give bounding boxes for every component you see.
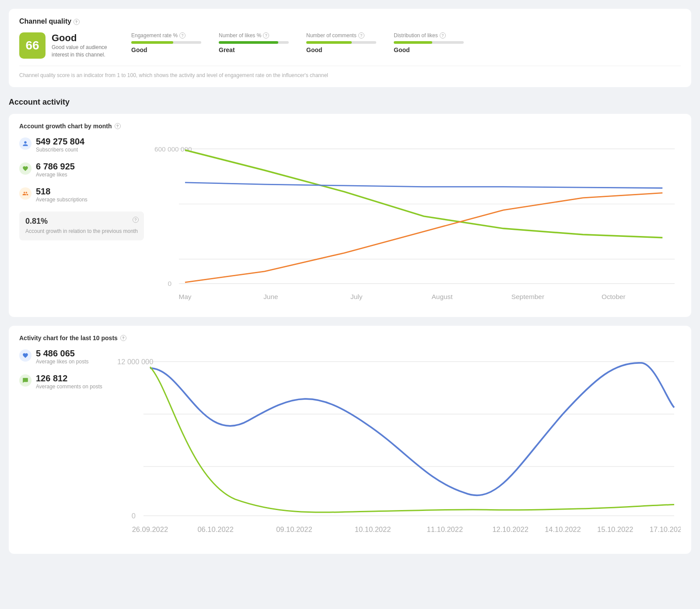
orange-line	[185, 193, 662, 282]
distribution-info-icon[interactable]: ?	[440, 32, 446, 39]
stat-post-likes: 5 486 065 Average likes on posts	[19, 349, 107, 365]
account-activity-title: Account activity	[9, 98, 691, 107]
x-label-may: May	[178, 293, 191, 300]
activity-y-label-top: 12 000 000	[117, 358, 153, 366]
x-label-6: 12.10.2022	[492, 525, 528, 533]
activity-stats-col: 5 486 065 Average likes on posts 126 812…	[19, 349, 107, 390]
x-label-7: 14.10.2022	[545, 525, 581, 533]
subscribers-value: 549 275 804	[36, 137, 84, 147]
avg-likes-label: Average likes	[36, 172, 75, 178]
subscribers-label: Subscribers count	[36, 147, 84, 153]
blue-line	[185, 183, 662, 188]
quality-metrics: Engagement rate % ? Good Number of likes…	[131, 32, 681, 53]
score-badge: 66	[19, 32, 46, 59]
stat-avg-subs: 518 Average subscriptions	[19, 187, 144, 203]
post-likes-label: Average likes on posts	[36, 359, 89, 365]
x-label-september: September	[511, 293, 544, 300]
growth-y-label-top: 600 000 000	[154, 145, 192, 153]
x-label-june: June	[263, 293, 278, 300]
activity-blue-line	[150, 363, 674, 496]
engagement-bar	[131, 41, 173, 44]
score-text: Good Good value of audience interest in …	[52, 32, 117, 59]
post-likes-stat-text: 5 486 065 Average likes on posts	[36, 349, 89, 365]
post-likes-value: 5 486 065	[36, 349, 89, 359]
growth-chart-title: Account growth chart by month ?	[19, 123, 681, 130]
channel-quality-header: 66 Good Good value of audience interest …	[19, 32, 681, 59]
activity-chart-info-icon[interactable]: ?	[120, 335, 126, 341]
engagement-bar-container	[131, 41, 201, 44]
x-label-9: 17.10.2022	[650, 525, 681, 533]
x-label-october: October	[602, 293, 626, 300]
likes-bar	[219, 41, 278, 44]
avg-subs-icon	[19, 187, 32, 200]
comments-info-icon[interactable]: ?	[358, 32, 364, 39]
post-comments-icon	[19, 374, 32, 387]
x-label-4: 10.10.2022	[355, 525, 391, 533]
growth-chart-card: Account growth chart by month ? 549 275 …	[9, 114, 691, 317]
comments-bar-container	[306, 41, 376, 44]
metric-engagement: Engagement rate % ? Good	[131, 32, 201, 53]
likes-info-icon[interactable]: ?	[263, 32, 269, 39]
activity-chart-area: 12 000 000 0 26.09.2022 06.10.2022 09.10…	[117, 349, 681, 545]
x-label-3: 09.10.2022	[276, 525, 312, 533]
engagement-value: Good	[131, 46, 201, 53]
metric-engagement-label: Engagement rate % ?	[131, 32, 201, 39]
activity-chart-layout: 5 486 065 Average likes on posts 126 812…	[19, 349, 681, 545]
activity-green-line	[150, 367, 674, 512]
score-description: Good value of audience interest in this …	[52, 44, 117, 59]
x-label-5: 11.10.2022	[427, 525, 463, 533]
activity-svg-chart: 12 000 000 0 26.09.2022 06.10.2022 09.10…	[117, 349, 681, 545]
distribution-value: Good	[394, 46, 464, 53]
subscribers-stat-text: 549 275 804 Subscribers count	[36, 137, 84, 153]
growth-y-label-bottom: 0	[168, 280, 172, 287]
channel-quality-info-icon[interactable]: ?	[74, 19, 80, 25]
avg-likes-value: 6 786 925	[36, 162, 75, 172]
stat-avg-likes: 6 786 925 Average likes	[19, 162, 144, 178]
post-comments-value: 126 812	[36, 373, 102, 384]
post-comments-stat-text: 126 812 Average comments on posts	[36, 373, 102, 390]
comments-bar	[306, 41, 352, 44]
score-block: 66 Good Good value of audience interest …	[19, 32, 117, 59]
avg-subs-value: 518	[36, 187, 88, 197]
growth-box: ? 0.81% Account growth in relation to th…	[19, 211, 144, 240]
avg-likes-icon	[19, 162, 32, 175]
channel-quality-title: Channel quality ?	[19, 18, 681, 25]
avg-subs-label: Average subscriptions	[36, 197, 88, 203]
metric-likes-label: Number of likes % ?	[219, 32, 289, 39]
distribution-bar	[394, 41, 432, 44]
post-comments-label: Average comments on posts	[36, 384, 102, 390]
subscribers-icon	[19, 137, 32, 150]
growth-info-icon[interactable]: ?	[133, 217, 139, 223]
metric-distribution: Distribution of likes ? Good	[394, 32, 464, 53]
activity-chart-card: Activity chart for the last 10 posts ? 5…	[9, 326, 691, 554]
growth-value: 0.81%	[25, 217, 138, 226]
distribution-bar-container	[394, 41, 464, 44]
x-label-1: 26.09.2022	[132, 525, 168, 533]
channel-quality-card: Channel quality ? 66 Good Good value of …	[9, 9, 691, 87]
engagement-info-icon[interactable]: ?	[179, 32, 186, 39]
x-label-july: July	[350, 293, 363, 300]
comments-value: Good	[306, 46, 376, 53]
quality-footer: Channel quality score is an indicator fr…	[19, 66, 681, 78]
growth-stats-col: 549 275 804 Subscribers count 6 786 925 …	[19, 137, 144, 240]
stat-subscribers: 549 275 804 Subscribers count	[19, 137, 144, 153]
x-label-august: August	[431, 293, 453, 300]
score-rating: Good	[52, 32, 117, 44]
metric-likes: Number of likes % ? Great	[219, 32, 289, 53]
score-value: 66	[25, 39, 39, 53]
activity-chart-title: Activity chart for the last 10 posts ?	[19, 334, 681, 341]
account-activity-section: Account activity Account growth chart by…	[9, 98, 691, 554]
likes-bar-container	[219, 41, 289, 44]
growth-label: Account growth in relation to the previo…	[25, 228, 138, 235]
growth-chart-layout: 549 275 804 Subscribers count 6 786 925 …	[19, 137, 681, 308]
x-label-8: 15.10.2022	[597, 525, 633, 533]
avg-likes-stat-text: 6 786 925 Average likes	[36, 162, 75, 178]
avg-subs-stat-text: 518 Average subscriptions	[36, 187, 88, 203]
post-likes-icon	[19, 349, 32, 362]
green-line	[185, 150, 662, 238]
growth-svg-chart: 600 000 000 0 May June July August Septe…	[154, 137, 681, 308]
x-label-2: 06.10.2022	[197, 525, 233, 533]
growth-chart-info-icon[interactable]: ?	[115, 123, 121, 129]
activity-y-label-bottom: 0	[132, 512, 136, 520]
metric-comments: Number of comments ? Good	[306, 32, 376, 53]
